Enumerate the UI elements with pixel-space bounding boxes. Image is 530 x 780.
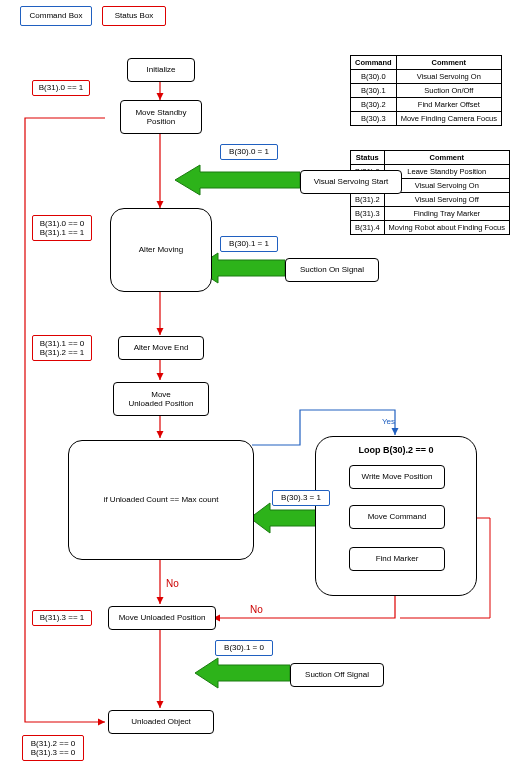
- cmd-b30-3-label: B(30).3 = 1: [281, 493, 321, 502]
- cmd-b30-1-label: B(30).1 = 1: [229, 239, 269, 248]
- node-initialize: Initialize: [127, 58, 195, 82]
- st-r4c0: B(31).4: [351, 221, 385, 235]
- node-unloaded-object-label: Unloaded Object: [131, 717, 191, 726]
- loop-title: Loop B(30).2 == 0: [316, 445, 476, 455]
- cmd-head-0: Command: [351, 56, 397, 70]
- cmd-r1c0: B(30).1: [351, 84, 397, 98]
- cmd-r3c1: Move Finding Camera Focus: [396, 112, 501, 126]
- stat-head-1: Comment: [384, 151, 509, 165]
- node-alter-moving: Alter Moving: [110, 208, 212, 292]
- no-label-1: No: [166, 578, 179, 589]
- cmd-b30-1-off: B(30).1 = 0: [215, 640, 273, 656]
- node-suction-off: Suction Off Signal: [290, 663, 384, 687]
- loop-container: Loop B(30).2 == 0 Write Move Position Mo…: [315, 436, 477, 596]
- cmd-head-1: Comment: [396, 56, 501, 70]
- cmd-b30-1: B(30).1 = 1: [220, 236, 278, 252]
- no-label-2: No: [250, 604, 263, 615]
- node-suction-on-label: Suction On Signal: [300, 265, 364, 274]
- node-suction-on: Suction On Signal: [285, 258, 379, 282]
- cmd-r3c0: B(30).3: [351, 112, 397, 126]
- node-write-move-position: Write Move Position: [349, 465, 445, 489]
- st-r3c0: B(31).3: [351, 207, 385, 221]
- legend-status-box: Status Box: [102, 6, 166, 26]
- node-initialize-label: Initialize: [147, 65, 176, 74]
- cmd-r1c1: Suction On/Off: [396, 84, 501, 98]
- command-table: CommandComment B(30).0Visual Servoing On…: [350, 55, 502, 126]
- legend-command-box: Command Box: [20, 6, 92, 26]
- node-alter-move-end: Alter Move End: [118, 336, 204, 360]
- status-b31-01-label: B(31).0 == 0 B(31).1 == 1: [40, 219, 84, 237]
- status-b31-23: B(31).2 == 0 B(31).3 == 0: [22, 735, 84, 761]
- node-if-label: if Unloaded Count == Max count: [104, 495, 219, 504]
- cmd-b30-0: B(30).0 = 1: [220, 144, 278, 160]
- st-r2c1: Visual Servoing Off: [384, 193, 509, 207]
- status-b31-3-label: B(31).3 == 1: [40, 613, 84, 622]
- node-alter-moving-label: Alter Moving: [139, 245, 183, 254]
- cmd-b30-3: B(30).3 = 1: [272, 490, 330, 506]
- st-r4c1: Moving Robot about Finding Focus: [384, 221, 509, 235]
- yes-label: Yes: [382, 418, 395, 427]
- status-b31-12: B(31).1 == 0 B(31).2 == 1: [32, 335, 92, 361]
- node-visual-servo-start-label: Visual Servoing Start: [314, 177, 389, 186]
- node-move-unloaded-pos2: Move Unloaded Position: [108, 606, 216, 630]
- node-find-marker: Find Marker: [349, 547, 445, 571]
- svg-marker-10: [195, 658, 290, 688]
- node-visual-servo-start: Visual Servoing Start: [300, 170, 402, 194]
- node-alter-move-end-label: Alter Move End: [134, 343, 189, 352]
- node-move-standby: Move Standby Position: [120, 100, 202, 134]
- svg-marker-7: [175, 165, 300, 195]
- node-suction-off-label: Suction Off Signal: [305, 670, 369, 679]
- node-if-unloaded-count: if Unloaded Count == Max count: [68, 440, 254, 560]
- status-b31-23-label: B(31).2 == 0 B(31).3 == 0: [31, 739, 75, 757]
- node-move-cmd-label: Move Command: [368, 512, 427, 521]
- node-write-move-label: Write Move Position: [362, 472, 433, 481]
- status-b31-01: B(31).0 == 0 B(31).1 == 1: [32, 215, 92, 241]
- node-unloaded-object: Unloaded Object: [108, 710, 214, 734]
- status-b31-0: B(31).0 == 1: [32, 80, 90, 96]
- st-r0c1: Leave Standby Position: [384, 165, 509, 179]
- st-r3c1: Finding Tray Marker: [384, 207, 509, 221]
- st-r1c1: Visual Servoing On: [384, 179, 509, 193]
- status-b31-3: B(31).3 == 1: [32, 610, 92, 626]
- cmd-r2c0: B(30).2: [351, 98, 397, 112]
- node-move-command: Move Command: [349, 505, 445, 529]
- flow-diagram: Command Box Status Box CommandComment B(…: [0, 0, 530, 780]
- status-b31-0-label: B(31).0 == 1: [39, 83, 83, 92]
- status-b31-12-label: B(31).1 == 0 B(31).2 == 1: [40, 339, 84, 357]
- cmd-b30-1-off-label: B(30).1 = 0: [224, 643, 264, 652]
- node-find-marker-label: Find Marker: [376, 554, 419, 563]
- node-move-unloaded-label: Move Unloaded Position: [129, 390, 194, 408]
- cmd-r0c1: Visual Servoing On: [396, 70, 501, 84]
- cmd-r0c0: B(30).0: [351, 70, 397, 84]
- node-move-unloaded: Move Unloaded Position: [113, 382, 209, 416]
- legend-command-label: Command Box: [30, 11, 83, 20]
- cmd-r2c1: Find Marker Offset: [396, 98, 501, 112]
- stat-head-0: Status: [351, 151, 385, 165]
- st-r2c0: B(31).2: [351, 193, 385, 207]
- node-move-standby-label: Move Standby Position: [135, 108, 186, 126]
- cmd-b30-0-label: B(30).0 = 1: [229, 147, 269, 156]
- node-move-unloaded-pos2-label: Move Unloaded Position: [119, 613, 206, 622]
- legend-status-label: Status Box: [115, 11, 154, 20]
